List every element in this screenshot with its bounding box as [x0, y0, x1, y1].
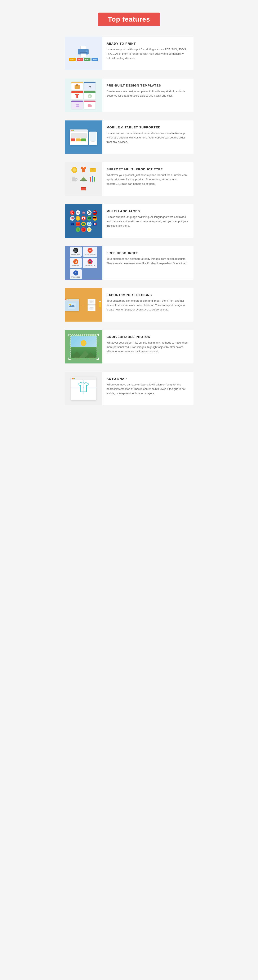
svg-point-29: [69, 304, 71, 305]
feature-row-resources: 📷 UNSPLASH ✂ OPENCLIPART 🖼 PIXABAY 📸 INS…: [65, 246, 193, 280]
monitor-dot-yellow: [66, 299, 67, 300]
browser-dot-green: [73, 130, 74, 131]
doc-page-2: [88, 305, 96, 311]
browser-content: [70, 132, 88, 142]
crop-corner-tl: [68, 334, 70, 336]
feature-content-print: READY TO PRINT Lumise support multi-outp…: [102, 37, 193, 65]
feature-image-export: →: [65, 288, 102, 321]
feature-row-export: → EXPORT/IMPORT DESIGNS: [65, 288, 193, 321]
feature-desc-snap: When you move a shape or layers, it will…: [107, 383, 189, 396]
svg-point-15: [73, 168, 76, 172]
svg-rect-20: [72, 181, 76, 181]
flags-illustration: 🇨🇦 🇰🇷 🇺🇸 ⚽ 🇷🇺 🇬🇧 ⭐ 🇯🇵 🇸🇦 🇩🇪 🇪🇺 🇨🇳 🇧🇷 🌐 🇫…: [69, 210, 98, 232]
jpg-tag: JPG: [91, 57, 98, 61]
svg-marker-39: [99, 307, 101, 310]
template-card-1: [72, 82, 83, 90]
browser-dot-red: [71, 130, 72, 131]
flag-circle-18: 🌟: [87, 227, 91, 232]
flag-circle-11: 🇪🇺: [70, 222, 75, 226]
export-arrow-icon: →: [81, 302, 86, 307]
export-illustration: →: [65, 299, 103, 311]
browser-block-red: [71, 138, 75, 142]
snap-dot-yellow: [73, 378, 74, 379]
unsplash-label: UNSPLASH: [71, 253, 80, 255]
flag-circle-10: 🇩🇪: [92, 216, 97, 221]
feature-title-resources: FREE RESOURCES: [107, 251, 189, 255]
svg-rect-22: [90, 177, 91, 181]
print-illustration: SVG PDF PNG JPG: [69, 46, 98, 61]
template-card-3: [72, 91, 83, 100]
feature-image-templates: 🎮: [65, 78, 102, 112]
crop-ground: [70, 347, 97, 358]
feature-title-product: SUPPORT MULTI PRODUCT TYPE: [107, 167, 189, 171]
flag-circle-5: 🇷🇺: [92, 210, 97, 215]
feature-row-mobile: MOBILE & TABLET SUPPORTED Lumise can run…: [65, 121, 193, 154]
feature-row-languages: 🇨🇦 🇰🇷 🇺🇸 ⚽ 🇷🇺 🇬🇧 ⭐ 🇯🇵 🇸🇦 🇩🇪 🇪🇺 🇨🇳 🇧🇷 🌐 🇫…: [65, 204, 193, 238]
phone-device: [89, 132, 97, 145]
instagram-icon: 📸: [88, 259, 92, 264]
monitor-dot-red: [65, 299, 66, 300]
feature-title-languages: MULTI LANGUAGES: [107, 209, 189, 213]
svg-rect-0: [81, 46, 86, 49]
feature-desc-export: Your customers can export design and imp…: [107, 299, 189, 312]
flag-circle-12: 🇨🇳: [76, 222, 80, 226]
snap-dot-green: [74, 378, 75, 379]
openclipart-icon: ✂: [88, 248, 92, 253]
template-card-6: [84, 100, 96, 109]
template-card-4: [84, 91, 96, 100]
templates-illustration: 🎮: [69, 82, 98, 109]
feature-content-crop: CROP/EDITABLE PHOTOS Whatever your objec…: [102, 330, 193, 359]
template-card-5: [72, 100, 83, 109]
flag-circle-13: 🇧🇷: [81, 222, 86, 226]
sun-icon: [81, 340, 86, 346]
resource-card-pixabay: 🖼 PIXABAY: [70, 258, 82, 268]
svg-rect-23: [92, 176, 93, 181]
monitor-content-svg: [68, 302, 76, 309]
feature-content-languages: MULTI LANGUAGES Lumise support language …: [102, 204, 193, 233]
feature-desc-templates: Create awesome design templates to fit w…: [107, 89, 189, 98]
printer-svg-icon: [76, 46, 91, 57]
page-wrapper: Top features: [65, 0, 193, 426]
crop-illustration: [70, 335, 97, 358]
feature-desc-crop: Whatever your object it is, Lumise has m…: [107, 340, 189, 354]
feature-image-print: SVG PDF PNG JPG: [65, 37, 102, 70]
feature-content-snap: AUTO SNAP When you move a shape or layer…: [102, 372, 193, 401]
flag-circle-7: ⭐: [76, 216, 80, 221]
flag-circle-2: 🇰🇷: [76, 210, 80, 215]
pencils-icon: [89, 175, 97, 183]
instagram-label: INSTAGRAM: [85, 265, 95, 267]
snap-content: [71, 380, 96, 394]
crop-sky: [70, 336, 97, 347]
resource-card-unsplash: 📷 UNSPLASH: [70, 247, 82, 257]
flag-circle-1: 🇨🇦: [70, 210, 75, 215]
flag-circle-15: 🇫🇷: [92, 222, 97, 226]
svg-marker-8: [75, 94, 80, 98]
phone-home-btn: [91, 142, 95, 142]
feature-row-templates: 🎮: [65, 78, 193, 112]
feature-content-templates: PRE-BUILT DESIGN TEMPLATES Create awesom…: [102, 78, 193, 103]
doc-page-1: [88, 299, 96, 305]
crop-corner-bl: [68, 358, 70, 360]
snap-wrapper: [69, 375, 98, 402]
feature-content-mobile: MOBILE & TABLET SUPPORTED Lumise can run…: [102, 121, 193, 149]
feature-title-crop: CROP/EDITABLE PHOTOS: [107, 335, 189, 339]
phone-screen: [90, 132, 96, 141]
svg-rect-13: [88, 104, 91, 107]
resources-illustration: 📷 UNSPLASH ✂ OPENCLIPART 🖼 PIXABAY 📸 INS…: [70, 247, 97, 279]
box-red-icon: [80, 185, 87, 192]
browser-block-yellow: [76, 138, 81, 142]
feature-row-product: SUPPORT MULTI PRODUCT TYPE Whatever your…: [65, 162, 193, 196]
top-features-badge: Top features: [98, 13, 160, 26]
facebook-label: FACEBOOK: [71, 276, 80, 278]
pixabay-label: PIXABAY: [72, 265, 80, 267]
header-section: Top features: [65, 13, 193, 26]
flag-circle-4: ⚽: [87, 210, 91, 215]
snap-topbar: [71, 377, 96, 380]
feature-desc-resources: Your customer can get there already imag…: [107, 257, 189, 266]
flag-circle-17: 🇹🇷: [81, 227, 86, 232]
browser-dot-yellow: [72, 130, 73, 131]
svg-tag: SVG: [69, 57, 76, 61]
facebook-icon: f: [73, 270, 78, 275]
file-tags: SVG PDF PNG JPG: [69, 57, 98, 61]
crop-bg: [70, 336, 97, 358]
